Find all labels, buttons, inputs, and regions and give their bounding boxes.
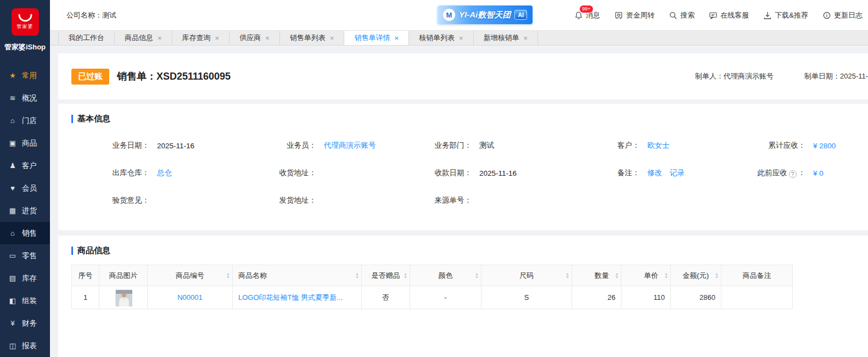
sidebar-item-products[interactable]: ▣商品 [0,132,50,154]
basic-info-section: 基本信息 业务日期：2025-11-16业务员：代理商演示账号业务部门：测试客户… [58,104,868,230]
col-header-name[interactable]: 商品名称▲▼ [233,265,362,286]
field-value: 修改记录 [647,168,685,178]
tab-7[interactable]: 新增核销单× [474,31,539,45]
field-12: 来源单号： [430,196,601,205]
topbar-action-capital-turnover[interactable]: 资金周转 [614,10,654,20]
sort-icon[interactable]: ▲▼ [226,272,230,279]
app-logo[interactable]: 管家婆 [12,8,39,36]
tab-5[interactable]: 销售单详情× [344,31,409,45]
field-value[interactable]: 代理商演示账号 [324,141,376,150]
sidebar-item-assembly[interactable]: ◧组装 [0,289,50,312]
sidebar-item-sales[interactable]: ⌂销售 [0,222,50,244]
ai-banner-button[interactable]: M YI-Ai数智天团 AI [438,5,533,24]
tab-close-icon[interactable]: × [459,35,463,42]
field-label: 来源单号： [430,196,472,205]
tab-close-icon[interactable]: × [330,35,334,42]
col-header-remark: 商品备注 [721,265,793,286]
sidebar-item-members[interactable]: ♥会员 [0,177,50,199]
field-label: 备注： [601,168,640,178]
sidebar-item-retail[interactable]: ▭零售 [0,244,50,267]
app-root: 管家婆 管家婆iShop ★常用≋概况⌂门店▣商品♟客户♥会员▦进货⌂销售▭零售… [0,0,868,357]
topbar-action-download-recommend[interactable]: 下载&推荐 [763,10,808,20]
status-badge: 已过账 [71,69,109,85]
inventory-icon: ▤ [8,274,17,282]
product-table-body: 1N00001LOGO印花短袖T恤 男式夏季新...否-S261102860 [72,286,793,309]
field-value: ¥ 0 [813,169,824,177]
field-label: 业务日期： [71,141,149,150]
cell-link[interactable]: N00001 [177,293,203,302]
sort-icon[interactable]: ▲▼ [404,272,407,279]
sort-icon[interactable]: ▲▼ [664,272,668,279]
col-header-gift[interactable]: 是否赠品▲▼ [362,265,410,286]
col-header-size[interactable]: 尺码▲▼ [481,265,572,286]
cell-color: - [410,286,481,309]
topbar-action-messages[interactable]: 消息99+ [574,10,600,20]
field-value[interactable]: 欧女士 [647,141,670,150]
help-icon[interactable]: ? [789,170,797,178]
tab-1[interactable]: 商品信息× [115,31,172,45]
sidebar-item-favorites[interactable]: ★常用 [0,64,50,87]
tab-4[interactable]: 销售单列表× [280,31,345,45]
tab-close-icon[interactable]: × [265,35,270,42]
cell-seq: 1 [72,286,99,309]
field-action-link[interactable]: 记录 [670,169,685,177]
field-action-link[interactable]: 修改 [647,169,662,177]
sort-icon[interactable]: ▲▼ [475,272,479,279]
field-label: 验货意见： [71,196,149,205]
tab-close-icon[interactable]: × [524,35,528,42]
tab-3[interactable]: 供应商× [229,31,280,45]
col-header-qty[interactable]: 数量▲▼ [572,265,621,286]
topbar: 公司名称：测试 M YI-Ai数智天团 AI 消息99+资金周转搜索在线客服下载… [50,0,868,30]
col-header-price[interactable]: 单价▲▼ [621,265,671,286]
cell-size: S [481,286,572,309]
order-meta: 制单人：代理商演示账号 制单日期：2025-11-16 [695,71,868,81]
sidebar-item-overview[interactable]: ≋概况 [0,87,50,109]
sort-icon[interactable]: ▲▼ [355,272,359,279]
sort-icon[interactable]: ▲▼ [715,272,719,279]
product-table: 序号商品图片商品编号▲▼商品名称▲▼是否赠品▲▼颜色▲▼尺码▲▼数量▲▼单价▲▼… [71,265,793,309]
field-label: 累计应收： [738,141,805,150]
field-value: 2025-11-16 [157,142,194,150]
col-header-code[interactable]: 商品编号▲▼ [148,265,233,286]
col-header-amount[interactable]: 金额(元)▲▼ [671,265,721,286]
cell-gift: 否 [362,286,410,309]
sidebar-item-stores[interactable]: ⌂门店 [0,109,50,132]
favorites-icon: ★ [8,71,17,80]
tab-close-icon[interactable]: × [394,35,399,42]
field-value[interactable]: 总仓 [157,168,172,178]
field-4: 累计应收：¥ 2800 [738,141,868,150]
sidebar-item-inventory[interactable]: ▤库存 [0,267,50,289]
creator-meta: 制单人：代理商演示账号 [695,71,774,81]
sort-icon[interactable]: ▲▼ [615,272,619,279]
topbar-actions: 消息99+资金周转搜索在线客服下载&推荐更新日志 [574,10,868,20]
sidebar-item-finance[interactable]: ¥财务 [0,312,50,334]
topbar-action-changelog[interactable]: 更新日志 [822,10,863,20]
field-6: 收货地址： [277,168,430,178]
tab-bar: 我的工作台商品信息×库存查询×供应商×销售单列表×销售单详情×核销单列表×新增核… [50,30,868,46]
topbar-action-online-service[interactable]: 在线客服 [709,10,749,20]
reports-icon: ◫ [8,342,17,350]
product-image[interactable] [115,289,132,306]
tab-close-icon[interactable]: × [215,35,220,42]
sort-icon[interactable]: ▲▼ [565,272,569,279]
field-label: 此前应收?： [738,168,805,178]
ai-logo-icon: M [443,9,455,21]
topbar-action-search[interactable]: 搜索 [669,10,695,20]
sidebar-item-customers[interactable]: ♟客户 [0,154,50,177]
tab-0[interactable]: 我的工作台 [58,31,115,45]
field-5: 出库仓库：总仓 [71,168,277,178]
sidebar-item-reports[interactable]: ◫报表 [0,334,50,357]
basic-info-grid: 业务日期：2025-11-16业务员：代理商演示账号业务部门：测试客户：欧女士累… [71,132,868,214]
overview-icon: ≋ [8,94,17,102]
download-icon [763,11,772,20]
field-label: 收货地址： [277,168,316,178]
ai-tag-icon: AI [514,10,527,20]
tab-6[interactable]: 核销单列表× [409,31,474,45]
tab-2[interactable]: 库存查询× [172,31,230,45]
tab-close-icon[interactable]: × [158,35,162,42]
finance-icon: ¥ [8,319,17,327]
cell-link[interactable]: LOGO印花短袖T恤 男式夏季新... [238,293,343,302]
col-header-color[interactable]: 颜色▲▼ [410,265,481,286]
col-header-image: 商品图片 [99,265,148,286]
sidebar-item-purchase[interactable]: ▦进货 [0,199,50,222]
